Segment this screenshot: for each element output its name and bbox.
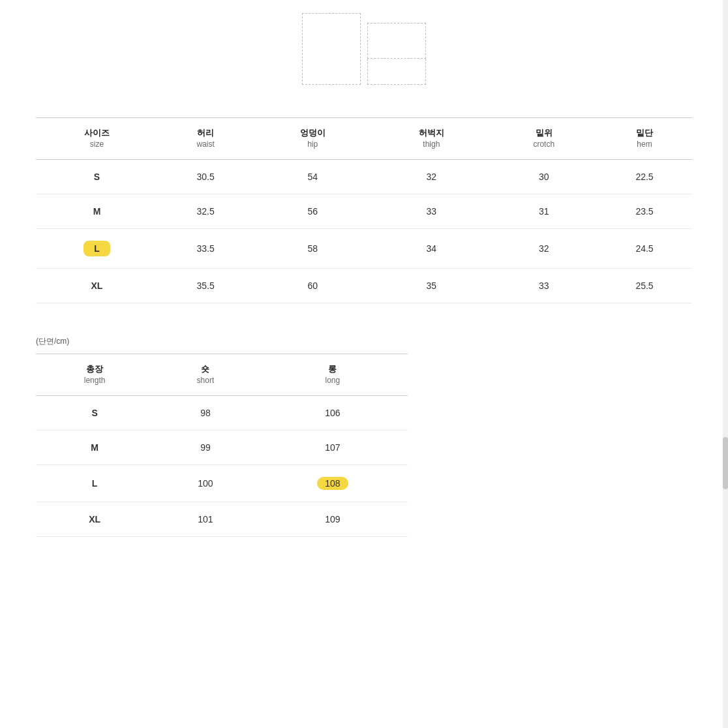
size-cell: L xyxy=(36,464,153,502)
page-wrapper: 사이즈size 허리waist 엉덩이hip 허벅지thigh 밑위crotch… xyxy=(0,0,728,556)
waist-cell: 30.5 xyxy=(158,159,253,194)
hip-cell: 60 xyxy=(253,268,372,303)
hem-cell: 24.5 xyxy=(597,228,692,268)
table2-wrapper: 총장length 숏short 롱long S98106M99107L10010… xyxy=(36,354,408,537)
size-highlight: L xyxy=(83,241,110,256)
long-cell: 107 xyxy=(258,430,408,464)
long-cell: 106 xyxy=(258,395,408,430)
size-cell: S xyxy=(36,395,153,430)
thigh-cell: 33 xyxy=(372,194,491,228)
scrollbar-thumb[interactable] xyxy=(723,437,728,489)
crotch-cell: 33 xyxy=(491,268,597,303)
scrollbar[interactable] xyxy=(723,0,728,728)
table1-header-row: 사이즈size 허리waist 엉덩이hip 허벅지thigh 밑위crotch… xyxy=(36,118,692,160)
diagram-right-top xyxy=(367,23,426,59)
table-row: M99107 xyxy=(36,430,408,464)
value-highlight: 108 xyxy=(317,477,348,490)
hem-cell: 22.5 xyxy=(597,159,692,194)
short-cell: 101 xyxy=(153,502,258,536)
size-cell: XL xyxy=(36,502,153,536)
table-row: S98106 xyxy=(36,395,408,430)
diagram-right-bottom xyxy=(367,59,426,85)
table-row: S30.554323022.5 xyxy=(36,159,692,194)
short-cell: 99 xyxy=(153,430,258,464)
short-cell: 98 xyxy=(153,395,258,430)
hem-cell: 23.5 xyxy=(597,194,692,228)
crotch-cell: 32 xyxy=(491,228,597,268)
waist-cell: 32.5 xyxy=(158,194,253,228)
crotch-cell: 31 xyxy=(491,194,597,228)
hip-cell: 56 xyxy=(253,194,372,228)
hip-cell: 58 xyxy=(253,228,372,268)
table-row: M32.556333123.5 xyxy=(36,194,692,228)
col-crotch: 밑위crotch xyxy=(491,118,597,160)
size-cell: M xyxy=(36,194,158,228)
table-row: XL35.560353325.5 xyxy=(36,268,692,303)
thigh-cell: 32 xyxy=(372,159,491,194)
long-cell: 109 xyxy=(258,502,408,536)
col2-long: 롱long xyxy=(258,354,408,395)
size-table-2: 총장length 숏short 롱long S98106M99107L10010… xyxy=(36,354,408,537)
col-hip: 엉덩이hip xyxy=(253,118,372,160)
col2-length: 총장length xyxy=(36,354,153,395)
size-cell: XL xyxy=(36,268,158,303)
diagram-shape-right xyxy=(367,23,426,85)
table1-section: 사이즈size 허리waist 엉덩이hip 허벅지thigh 밑위crotch… xyxy=(0,91,728,316)
col-thigh: 허벅지thigh xyxy=(372,118,491,160)
hem-cell: 25.5 xyxy=(597,268,692,303)
col-waist: 허리waist xyxy=(158,118,253,160)
long-cell: 108 xyxy=(258,464,408,502)
table-row: XL101109 xyxy=(36,502,408,536)
size-table-1: 사이즈size 허리waist 엉덩이hip 허벅지thigh 밑위crotch… xyxy=(36,117,692,303)
thigh-cell: 35 xyxy=(372,268,491,303)
diagram-shape-left xyxy=(302,13,361,85)
diagram-area xyxy=(0,0,728,91)
col-hem: 밑단hem xyxy=(597,118,692,160)
thigh-cell: 34 xyxy=(372,228,491,268)
table-row: L33.558343224.5 xyxy=(36,228,692,268)
table2-section: (단면/cm) 총장length 숏short 롱long S98106M991… xyxy=(0,316,728,556)
table-row: L100108 xyxy=(36,464,408,502)
waist-cell: 35.5 xyxy=(158,268,253,303)
table2-header-row: 총장length 숏short 롱long xyxy=(36,354,408,395)
col-size: 사이즈size xyxy=(36,118,158,160)
waist-cell: 33.5 xyxy=(158,228,253,268)
short-cell: 100 xyxy=(153,464,258,502)
size-cell: S xyxy=(36,159,158,194)
col2-short: 숏short xyxy=(153,354,258,395)
size-cell: M xyxy=(36,430,153,464)
unit-label-2: (단면/cm) xyxy=(36,336,692,347)
size-cell: L xyxy=(36,228,158,268)
crotch-cell: 30 xyxy=(491,159,597,194)
hip-cell: 54 xyxy=(253,159,372,194)
